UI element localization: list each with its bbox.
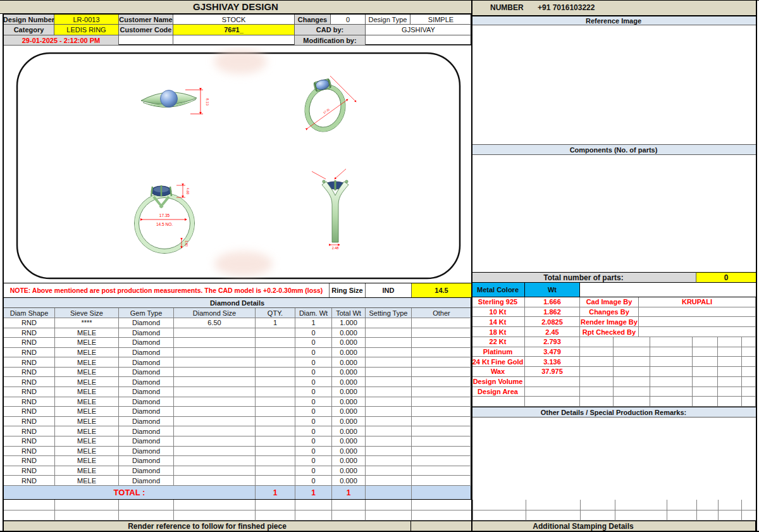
- diamond-cell[interactable]: Diamond: [119, 476, 174, 486]
- diamond-cell[interactable]: 0.000: [332, 387, 366, 397]
- metal-wt-cell[interactable]: 2.0825: [525, 317, 580, 327]
- diamond-cell[interactable]: [174, 357, 256, 368]
- diamond-cell[interactable]: RND: [4, 377, 55, 387]
- diamond-cell[interactable]: [174, 407, 256, 417]
- metal-wt-cell[interactable]: 3.136: [525, 357, 580, 367]
- diamond-cell[interactable]: RND: [4, 417, 55, 427]
- metal-name-cell[interactable]: Design Area: [471, 387, 525, 397]
- metal-wt-cell[interactable]: [525, 377, 580, 387]
- empty-cell[interactable]: [55, 500, 119, 510]
- empty-cell[interactable]: [581, 500, 615, 510]
- empty-cell[interactable]: [256, 510, 295, 521]
- diamond-cell[interactable]: 0: [295, 328, 332, 338]
- diamond-cell[interactable]: [366, 436, 412, 447]
- diamond-cell[interactable]: 0: [295, 466, 332, 476]
- diamond-cell[interactable]: [412, 426, 472, 436]
- metal-wt-cell[interactable]: 1.862: [525, 307, 580, 318]
- diamond-cell[interactable]: MELE: [55, 456, 119, 466]
- empty-cell[interactable]: [614, 357, 650, 367]
- diamond-cell[interactable]: 0.000: [332, 466, 366, 476]
- diamond-cell[interactable]: Diamond: [119, 407, 174, 417]
- empty-cell[interactable]: [366, 500, 412, 510]
- empty-cell[interactable]: [580, 337, 614, 347]
- signoff-value-cell[interactable]: [639, 327, 756, 337]
- diamond-cell[interactable]: MELE: [55, 397, 119, 407]
- empty-cell[interactable]: [614, 347, 650, 357]
- empty-cell[interactable]: [697, 500, 719, 510]
- empty-cell[interactable]: [332, 500, 366, 510]
- empty-cell[interactable]: [697, 510, 719, 521]
- diamond-cell[interactable]: 0: [295, 476, 332, 486]
- empty-cell[interactable]: [650, 357, 693, 367]
- empty-cell[interactable]: [718, 387, 742, 397]
- diamond-cell[interactable]: [174, 377, 256, 387]
- empty-cell[interactable]: [473, 500, 526, 510]
- empty-cell[interactable]: [614, 397, 650, 407]
- diamond-cell[interactable]: 0.000: [332, 397, 366, 407]
- empty-cell[interactable]: [295, 500, 332, 510]
- diamond-cell[interactable]: [412, 397, 472, 407]
- empty-cell[interactable]: [119, 500, 174, 510]
- empty-cell[interactable]: [718, 357, 742, 367]
- diamond-cell[interactable]: [412, 368, 472, 378]
- empty-cell[interactable]: [581, 510, 615, 521]
- empty-cell[interactable]: [718, 377, 742, 387]
- empty-cell[interactable]: [693, 357, 718, 367]
- diamond-cell[interactable]: 0.000: [332, 436, 366, 447]
- diamond-cell[interactable]: [366, 397, 412, 407]
- empty-cell[interactable]: [719, 500, 742, 510]
- diamond-cell[interactable]: RND: [4, 318, 55, 328]
- diamond-cell[interactable]: [174, 476, 256, 486]
- diamond-cell[interactable]: [366, 328, 412, 338]
- diamond-cell[interactable]: [174, 456, 256, 466]
- diamond-cell[interactable]: RND: [4, 426, 55, 436]
- diamond-cell[interactable]: Diamond: [119, 456, 174, 466]
- diamond-cell[interactable]: 0.000: [332, 348, 366, 358]
- diamond-cell[interactable]: [256, 377, 295, 387]
- total-diam-wt[interactable]: 1: [295, 486, 332, 499]
- metal-name-cell[interactable]: Sterling 925: [471, 297, 525, 307]
- diamond-cell[interactable]: [412, 357, 472, 368]
- diamond-cell[interactable]: [366, 447, 412, 457]
- empty-cell[interactable]: [614, 337, 650, 347]
- diamond-cell[interactable]: RND: [4, 447, 55, 457]
- other-details-area[interactable]: [471, 418, 756, 500]
- empty-cell[interactable]: [650, 377, 693, 387]
- category-value[interactable]: LEDIS RING: [54, 25, 119, 35]
- empty-cell[interactable]: [256, 500, 295, 510]
- empty-cell[interactable]: [580, 357, 614, 367]
- empty-cell[interactable]: [412, 500, 473, 510]
- empty-cell[interactable]: [718, 367, 742, 377]
- metal-name-cell[interactable]: 18 Kt: [471, 327, 525, 337]
- diamond-cell[interactable]: 0.000: [332, 368, 366, 378]
- empty-cell[interactable]: [742, 397, 756, 407]
- diamond-cell[interactable]: [256, 338, 295, 348]
- empty-cell[interactable]: [473, 510, 526, 521]
- signoff-label-cell[interactable]: Cad Image By: [580, 297, 639, 307]
- diamond-cell[interactable]: RND: [4, 397, 55, 407]
- empty-cell[interactable]: [55, 510, 119, 521]
- empty-cell[interactable]: [667, 510, 697, 521]
- empty-cell[interactable]: [580, 367, 614, 377]
- empty-cell[interactable]: [718, 337, 742, 347]
- empty-cell[interactable]: [667, 500, 697, 510]
- empty-cell[interactable]: [4, 510, 55, 521]
- diamond-cell[interactable]: [366, 348, 412, 358]
- empty-cell[interactable]: [693, 367, 718, 377]
- diamond-cell[interactable]: 0: [295, 377, 332, 387]
- diamond-cell[interactable]: RND: [4, 357, 55, 368]
- diamond-cell[interactable]: [174, 387, 256, 397]
- diamond-cell[interactable]: [412, 318, 472, 328]
- diamond-cell[interactable]: [412, 377, 472, 387]
- diamond-cell[interactable]: [366, 456, 412, 466]
- signoff-label-cell[interactable]: Render Image By: [580, 317, 639, 327]
- diamond-cell[interactable]: 1: [256, 318, 295, 328]
- diamond-cell[interactable]: Diamond: [119, 426, 174, 436]
- diamond-cell[interactable]: [412, 338, 472, 348]
- diamond-cell[interactable]: MELE: [55, 368, 119, 378]
- diamond-cell[interactable]: 1.000: [332, 318, 366, 328]
- empty-cell[interactable]: [614, 377, 650, 387]
- diamond-cell[interactable]: MELE: [55, 387, 119, 397]
- customer-name-value[interactable]: STOCK: [173, 15, 295, 25]
- diamond-cell[interactable]: MELE: [55, 338, 119, 348]
